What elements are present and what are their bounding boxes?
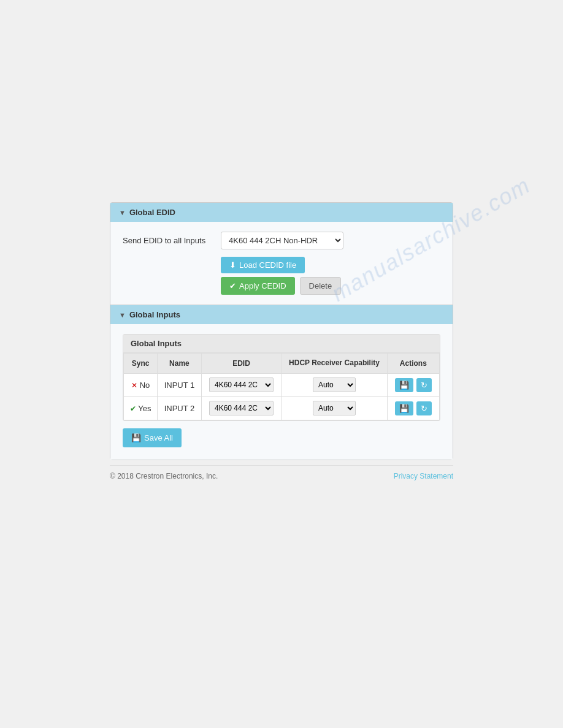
global-inputs-section: ▼ Global Inputs Global Inputs Sync Name …	[110, 305, 453, 460]
hdcp-row-select-1[interactable]: Auto	[313, 377, 356, 392]
global-edid-header: ▼ Global EDID	[110, 203, 453, 222]
sync-cell-2: ✔ Yes	[124, 396, 158, 420]
footer: © 2018 Crestron Electronics, Inc. Privac…	[110, 465, 453, 487]
sync-yes-label-2: Yes	[138, 404, 151, 413]
table-row: ✔ Yes INPUT 2 4K60 444 2C	[124, 396, 440, 420]
delete-button[interactable]: Delete	[300, 277, 342, 295]
global-edid-section: ▼ Global EDID Send EDID to all Inputs 4K…	[110, 203, 453, 305]
apply-cedid-button[interactable]: ✔ Apply CEDID	[221, 277, 295, 295]
apply-btn-label: Apply CEDID	[239, 281, 286, 290]
refresh-row-button-1[interactable]: ↻	[416, 378, 432, 392]
col-actions: Actions	[387, 354, 439, 374]
col-hdcp: HDCP Receiver Capability	[282, 354, 387, 374]
inputs-inner-header: Global Inputs	[123, 335, 440, 353]
send-edid-row: Send EDID to all Inputs 4K60 444 2CH Non…	[123, 232, 440, 249]
edid-cell-2: 4K60 444 2C	[201, 396, 282, 420]
input-name-2: INPUT 2	[164, 404, 195, 413]
edid-row-select-2[interactable]: 4K60 444 2C	[209, 401, 274, 415]
apply-icon: ✔	[229, 281, 236, 290]
send-edid-label: Send EDID to all Inputs	[123, 236, 221, 245]
load-btn-row: ⬇ Load CEDID file	[221, 257, 440, 273]
sync-yes-icon-2: ✔	[130, 404, 136, 413]
save-all-label: Save All	[144, 433, 173, 442]
apply-delete-row: ✔ Apply CEDID Delete	[221, 277, 440, 295]
load-icon: ⬇	[229, 260, 236, 270]
inputs-table: Sync Name EDID HDCP Receiver Capability …	[123, 353, 440, 420]
edid-select[interactable]: 4K60 444 2CH Non-HDR 4K30 444 2CH Non-HD…	[221, 232, 343, 249]
global-inputs-header: ▼ Global Inputs	[110, 305, 453, 324]
inputs-section-title: Global Inputs	[129, 310, 180, 319]
actions-cell-1: 💾 ↻	[387, 373, 439, 396]
name-cell-1: INPUT 1	[158, 373, 201, 396]
col-name: Name	[158, 354, 201, 374]
edid-cell-1: 4K60 444 2C	[201, 373, 282, 396]
col-edid: EDID	[201, 354, 282, 374]
edid-section-body: Send EDID to all Inputs 4K60 444 2CH Non…	[110, 222, 453, 305]
table-row: ✕ No INPUT 1 4K60 444 2C	[124, 373, 440, 396]
save-all-icon: 💾	[131, 433, 141, 442]
refresh-row-button-2[interactable]: ↻	[416, 401, 432, 415]
save-row-button-2[interactable]: 💾	[395, 401, 413, 415]
save-row-button-1[interactable]: 💾	[395, 378, 413, 392]
table-header-row: Sync Name EDID HDCP Receiver Capability …	[124, 354, 440, 374]
copyright-text: © 2018 Crestron Electronics, Inc.	[110, 472, 218, 480]
hdcp-cell-1: Auto	[282, 373, 387, 396]
edid-collapse-arrow[interactable]: ▼	[119, 209, 126, 216]
col-sync: Sync	[124, 354, 158, 374]
load-cedid-button[interactable]: ⬇ Load CEDID file	[221, 257, 305, 273]
privacy-link[interactable]: Privacy Statement	[394, 472, 453, 480]
input-name-1: INPUT 1	[164, 381, 195, 390]
actions-cell-2: 💾 ↻	[387, 396, 439, 420]
sync-no-icon-1: ✕	[131, 381, 137, 390]
hdcp-row-select-2[interactable]: Auto	[313, 401, 356, 415]
main-card: ▼ Global EDID Send EDID to all Inputs 4K…	[110, 202, 453, 460]
sync-cell-1: ✕ No	[124, 373, 158, 396]
inputs-section-body: Global Inputs Sync Name EDID HDCP Receiv…	[110, 324, 453, 460]
edid-section-title: Global EDID	[129, 208, 175, 217]
inputs-collapse-arrow[interactable]: ▼	[119, 311, 126, 319]
load-btn-label: Load CEDID file	[239, 260, 296, 270]
inputs-table-container: Global Inputs Sync Name EDID HDCP Receiv…	[123, 334, 440, 421]
name-cell-2: INPUT 2	[158, 396, 201, 420]
delete-btn-label: Delete	[309, 281, 332, 290]
edid-row-select-1[interactable]: 4K60 444 2C	[209, 377, 274, 392]
hdcp-cell-2: Auto	[282, 396, 387, 420]
sync-no-label-1: No	[140, 381, 150, 390]
save-all-button[interactable]: 💾 Save All	[123, 428, 182, 447]
